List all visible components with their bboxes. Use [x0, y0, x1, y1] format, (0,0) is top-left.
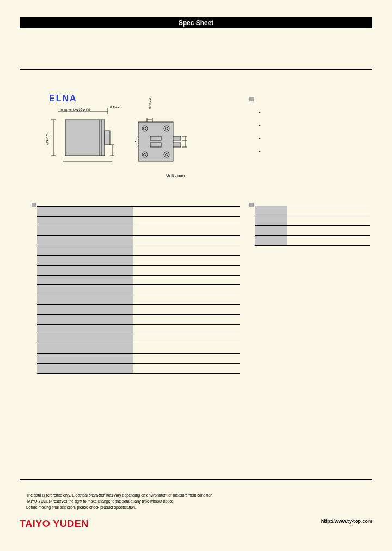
- table-row: [37, 236, 240, 246]
- dim-label-cell: [255, 226, 287, 236]
- spec-value-cell: [133, 324, 240, 334]
- gap-label: 0.3Max: [110, 106, 121, 109]
- technical-drawing: Inner vent (φ10 only) 0.3Max 0.4±0.2 φD±…: [47, 107, 188, 172]
- disclaimer-text: The data is reference only. Electrical c…: [26, 492, 213, 510]
- spec-value-cell: [133, 344, 240, 353]
- svg-rect-5: [65, 120, 105, 156]
- table-row: [37, 216, 240, 226]
- table-row: [37, 226, 240, 236]
- divider-top: [20, 69, 372, 70]
- spec-label-cell: [37, 275, 133, 285]
- svg-rect-22: [150, 136, 161, 140]
- table-row: [37, 304, 240, 314]
- disclaimer-line: The data is reference only. Electrical c…: [26, 492, 213, 498]
- table-row: [37, 206, 240, 216]
- spec-value-cell: [133, 265, 240, 275]
- spec-value-cell: [133, 275, 240, 285]
- company-url: http://www.ty-top.com: [321, 518, 372, 524]
- dimensions-table: [255, 206, 370, 246]
- table-row: [37, 314, 240, 324]
- divider-bottom: [20, 479, 372, 480]
- spec-value-cell: [133, 216, 240, 226]
- table-row: [37, 295, 240, 304]
- notes-list: - - - -: [259, 106, 260, 158]
- note-line: -: [259, 145, 260, 158]
- svg-rect-24: [173, 136, 181, 140]
- svg-rect-23: [150, 143, 161, 147]
- spec-label-cell: [37, 334, 133, 344]
- spec-value-cell: [133, 363, 240, 373]
- spec-label-cell: [37, 314, 133, 324]
- spec-label-cell: [37, 255, 133, 265]
- table-row: [37, 265, 240, 275]
- svg-rect-25: [173, 143, 181, 147]
- spec-label-cell: [37, 226, 133, 236]
- dim-value-cell: [287, 236, 370, 246]
- dim-value-cell: [287, 206, 370, 216]
- unit-label: Unit : mm: [166, 173, 185, 178]
- table-row: [37, 246, 240, 255]
- spec-label-cell: [37, 246, 133, 255]
- table-row: [255, 236, 370, 246]
- specifications-table: [37, 206, 240, 374]
- spec-value-cell: [133, 334, 240, 344]
- elna-logo: ELNA: [49, 94, 77, 103]
- disclaimer-line: TAIYO YUDEN reserves the right to make c…: [26, 498, 213, 504]
- spec-label-cell: [37, 295, 133, 304]
- taiyo-yuden-logo: TAIYO YUDEN: [20, 518, 89, 530]
- spec-sheet-title-bar: Spec Sheet: [20, 17, 372, 28]
- dim-value-cell: [287, 226, 370, 236]
- dim-right-label: 0.4±0.2: [148, 98, 151, 109]
- table-row: [37, 353, 240, 363]
- note-line: -: [259, 132, 260, 145]
- note-line: -: [259, 119, 260, 132]
- table-row: [37, 285, 240, 295]
- spec-label-cell: [37, 344, 133, 353]
- table-row: [37, 324, 240, 334]
- bullet-dimensions-icon: [249, 203, 254, 207]
- dim-value-cell: [287, 216, 370, 226]
- spec-value-cell: [133, 246, 240, 255]
- spec-label-cell: [37, 206, 133, 216]
- dim-label-cell: [255, 206, 287, 216]
- spec-value-cell: [133, 285, 240, 295]
- disclaimer-line: Before making final selection, please ch…: [26, 504, 213, 510]
- spec-label-cell: [37, 304, 133, 314]
- dim-dia-label: φD±0.5: [46, 134, 49, 145]
- spec-value-cell: [133, 304, 240, 314]
- bullet-specs-icon: [32, 203, 36, 207]
- note-line: -: [259, 106, 260, 119]
- bullet-notes-icon: [249, 97, 254, 101]
- spec-value-cell: [133, 295, 240, 304]
- spec-label-cell: [37, 236, 133, 246]
- spec-value-cell: [133, 314, 240, 324]
- spec-value-cell: [133, 353, 240, 363]
- spec-value-cell: [133, 255, 240, 265]
- dim-label-cell: [255, 216, 287, 226]
- spec-label-cell: [37, 353, 133, 363]
- spec-label-cell: [37, 324, 133, 334]
- table-row: [37, 275, 240, 285]
- svg-rect-8: [105, 131, 110, 145]
- spec-label-cell: [37, 363, 133, 373]
- dim-label-cell: [255, 236, 287, 246]
- spec-value-cell: [133, 226, 240, 236]
- table-row: [255, 216, 370, 226]
- spec-label-cell: [37, 216, 133, 226]
- title-text: Spec Sheet: [179, 19, 214, 27]
- table-row: [37, 363, 240, 373]
- spec-value-cell: [133, 206, 240, 216]
- spec-value-cell: [133, 236, 240, 246]
- table-row: [37, 255, 240, 265]
- table-row: [255, 206, 370, 216]
- table-row: [37, 334, 240, 344]
- table-row: [37, 344, 240, 353]
- table-row: [255, 226, 370, 236]
- spec-label-cell: [37, 285, 133, 295]
- spec-label-cell: [37, 265, 133, 275]
- vent-label: Inner vent (φ10 only): [60, 108, 90, 111]
